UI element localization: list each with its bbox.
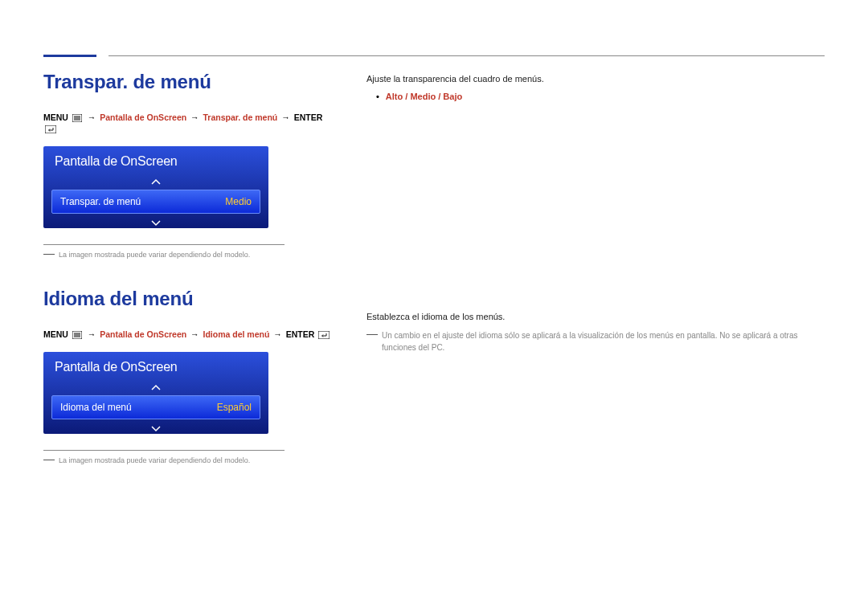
svg-rect-4	[45, 125, 56, 133]
osd-item-label: Transpar. de menú	[60, 196, 141, 207]
options-list: Alto / Medio / Bajo	[386, 92, 462, 101]
osd-menu-language: Pantalla de OnScreen Idioma del menú Esp…	[43, 352, 268, 434]
options-row: • Alto / Medio / Bajo	[376, 92, 825, 101]
breadcrumb-item: Idioma del menú	[203, 329, 270, 339]
arrow-icon: →	[273, 329, 282, 339]
enter-label: ENTER	[286, 329, 315, 339]
breadcrumb-item: Transpar. de menú	[203, 112, 278, 122]
menu-label: MENU	[43, 329, 68, 339]
dash-icon: ―	[43, 250, 55, 257]
menu-label: MENU	[43, 112, 68, 122]
osd-header: Pantalla de OnScreen	[43, 352, 268, 381]
osd-arrow-up[interactable]	[43, 175, 268, 190]
enter-label: ENTER	[294, 112, 323, 122]
language-note: ― Un cambio en el ajuste del idioma sólo…	[366, 329, 825, 353]
osd-arrow-up[interactable]	[43, 381, 268, 395]
osd-arrow-down[interactable]	[43, 419, 268, 434]
description-transparency: Ajuste la transparencia del cuadro de me…	[366, 74, 825, 84]
enter-icon	[318, 331, 330, 341]
dash-icon: ―	[366, 329, 378, 337]
note-text: La imagen mostrada puede variar dependie…	[59, 251, 250, 259]
language-note-text: Un cambio en el ajuste del idioma sólo s…	[382, 329, 825, 353]
osd-item-label: Idioma del menú	[60, 402, 132, 413]
header-divider	[108, 55, 825, 56]
breadcrumb-transparency: MENU → Pantalla de OnScreen → Transpar. …	[43, 112, 339, 135]
divider	[43, 244, 285, 245]
svg-rect-9	[318, 331, 330, 339]
osd-header: Pantalla de OnScreen	[43, 146, 268, 175]
dash-icon: ―	[43, 456, 55, 463]
arrow-icon: →	[88, 112, 96, 122]
osd-selected-item[interactable]: Idioma del menú Español	[51, 395, 260, 419]
arrow-icon: →	[190, 329, 199, 339]
menu-icon	[72, 114, 82, 124]
arrow-icon: →	[281, 112, 290, 122]
arrow-icon: →	[88, 329, 96, 339]
image-disclaimer: ― La imagen mostrada puede variar depend…	[43, 250, 339, 259]
arrow-icon: →	[190, 112, 199, 122]
osd-arrow-down[interactable]	[43, 214, 268, 228]
right-column: Ajuste la transparencia del cuadro de me…	[366, 71, 825, 493]
section-title-transparency: Transpar. de menú	[43, 71, 339, 93]
osd-item-value: Español	[217, 402, 252, 413]
section-title-language: Idioma del menú	[43, 288, 339, 310]
enter-icon	[45, 125, 56, 135]
image-disclaimer: ― La imagen mostrada puede variar depend…	[43, 456, 339, 464]
divider	[43, 450, 285, 451]
osd-item-value: Medio	[225, 196, 252, 207]
note-text: La imagen mostrada puede variar dependie…	[59, 456, 250, 464]
left-column: Transpar. de menú MENU → Pantalla de OnS…	[43, 71, 339, 493]
breadcrumb-language: MENU → Pantalla de OnScreen → Idioma del…	[43, 329, 339, 341]
breadcrumb-item: Pantalla de OnScreen	[100, 112, 186, 122]
menu-icon	[72, 331, 82, 341]
bullet-icon: •	[376, 92, 379, 101]
header-accent	[43, 55, 96, 57]
osd-selected-item[interactable]: Transpar. de menú Medio	[51, 190, 260, 214]
breadcrumb-item: Pantalla de OnScreen	[100, 329, 186, 339]
description-language: Establezca el idioma de los menús.	[366, 312, 825, 321]
osd-menu-transparency: Pantalla de OnScreen Transpar. de menú M…	[43, 146, 268, 228]
